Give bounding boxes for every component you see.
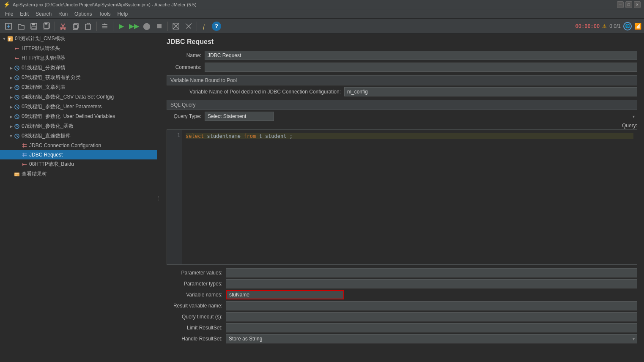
arrow-group07: ▶ [8,124,14,129]
menu-search[interactable]: Search [32,10,55,18]
tree-label-http-default: HTTP默认请求头 [22,45,155,52]
tree-item-group07[interactable]: ▶ 07线程组_参数化_函数 [0,121,157,131]
close-button[interactable]: ✕ [634,1,641,8]
toolbar: ▶ ▶▶ ⬤ ⏹ ƒ ? 00:00:00 ⚠ 0 0/1 🌐 📶 [0,19,644,34]
menu-tools[interactable]: Tools [95,10,114,18]
save-all-button[interactable] [41,20,52,32]
menu-options[interactable]: Options [71,10,95,18]
query-timeout-input[interactable] [226,312,637,321]
icon-results-tree [14,171,20,178]
svg-line-33 [17,78,18,79]
help-button[interactable]: ? [212,22,221,31]
run-no-pause-button[interactable]: ▶▶ [128,20,140,32]
tree-item-http-default[interactable]: ▶ HTTP默认请求头 [0,44,157,53]
arrow-group03: ▶ [8,85,14,90]
tree-label-group03: 03线程组_文章列表 [22,84,155,91]
handle-resultset-select[interactable]: Store as String Store as Object Count Re… [226,334,637,343]
tree-item-group04[interactable]: ▶ 04线程组_参数化_CSV Data Set Confgig [0,92,157,102]
keyword-select: select [186,133,204,139]
clear-all-button[interactable] [183,20,195,32]
paste-button[interactable] [82,20,94,32]
tree-item-results-tree[interactable]: ▶ 查看结果树 [0,169,157,179]
comments-input[interactable] [205,63,637,72]
tree-label-results-tree: 查看结果树 [22,170,155,178]
expand-all-button[interactable] [99,20,111,32]
tree-label-group05: 05线程组_参数化_User Parameters [22,103,155,110]
tree-item-group06[interactable]: ▶ 06线程组_参数化_User Defined Variables [0,112,157,121]
icon-group08 [14,133,20,140]
counter-display: 0 0/1 [609,23,621,29]
tree-item-group02[interactable]: ▶ 02线程组_获取所有的分类 [0,73,157,82]
cut-button[interactable] [57,20,69,32]
svg-marker-25 [15,47,17,50]
menu-run[interactable]: Run [55,10,71,18]
new-button[interactable] [3,20,14,32]
function-button[interactable]: ƒ [199,20,211,32]
tree-item-group05[interactable]: ▶ 05线程组_参数化_User Parameters [0,102,157,112]
run-button[interactable]: ▶ [115,20,127,32]
pool-section-header: Variable Name Bound to Pool [167,75,637,85]
stop-button[interactable]: ⬤ [141,20,153,32]
handle-resultset-row: Handle ResultSet: Store as String Store … [167,334,637,343]
menu-edit[interactable]: Edit [16,10,32,18]
pool-var-row: Variable Name of Pool declared in JDBC C… [167,87,637,96]
result-var-row: Result variable name: [167,301,637,310]
tree-label-http-baidu: 08HTTP请求_Baidu [29,161,155,168]
param-types-input[interactable] [226,279,637,288]
tree-label-group08: 08线程组_直连数据库 [22,132,155,140]
code-content[interactable]: select studentname from t_student ; [182,130,637,264]
param-values-label: Parameter values: [167,270,226,276]
tree-item-root[interactable]: ▼ T 01测试计划_CMS模块 [0,34,157,44]
save-button[interactable] [28,20,40,32]
menu-help[interactable]: Help [114,10,131,18]
variable-names-input[interactable] [226,290,344,299]
arrow-group06: ▶ [8,114,14,119]
code-editor[interactable]: 1 select studentname from t_student ; [167,129,637,265]
tree-label-group04: 04线程组_参数化_CSV Data Set Confgig [22,93,155,101]
limit-resultset-input[interactable] [226,323,637,332]
query-type-row: Query Type: Select Statement Update Stat… [167,112,637,121]
result-var-input[interactable] [226,301,637,310]
sidebar: ▼ T 01测试计划_CMS模块 ▶ HTTP默认请求头 ▶ HTTP信息头管理… [0,34,157,362]
result-var-label: Result variable name: [167,303,226,309]
limit-resultset-label: Limit ResultSet: [167,325,226,331]
toolbar-sep-3 [113,22,113,31]
comments-row: Comments: [167,63,637,72]
variable-names-row: Variable names: [167,290,637,299]
tree-label-root: 01测试计划_CMS模块 [15,35,155,42]
name-row: Name: [167,51,637,60]
name-label: Name: [167,52,205,58]
clear-button[interactable] [170,20,182,32]
param-values-input[interactable] [226,268,637,277]
query-label-row: Query: [167,123,637,129]
arrow-group04: ▶ [8,95,14,100]
copy-button[interactable] [70,20,82,32]
code-highlight-bg: select studentname from t_student ; [186,133,633,139]
icon-group05 [14,104,20,110]
open-button[interactable] [15,20,27,32]
svg-line-30 [17,68,18,69]
icon-group07 [14,123,20,130]
name-input[interactable] [205,51,637,60]
tree-item-http-header[interactable]: ▶ HTTP信息头管理器 [0,53,157,63]
menu-file[interactable]: File [2,10,16,18]
tree-label-group07: 07线程组_参数化_函数 [22,123,155,130]
variable-names-label: Variable names: [167,292,226,298]
tree-item-group08[interactable]: ▼ 08线程组_直连数据库 [0,131,157,141]
tree-item-group03[interactable]: ▶ 03线程组_文章列表 [0,82,157,92]
maximize-button[interactable]: □ [625,1,632,8]
line-number-1: 1 [169,132,180,138]
shutdown-button[interactable]: ⏹ [153,20,165,32]
panel-title: JDBC Request [167,38,637,46]
code-line-1: select studentname from t_student ; [186,132,633,140]
tree-item-jdbc-config[interactable]: ▶ JDBC Connection Configuration [0,141,157,150]
table-name: t_student [259,133,286,139]
tree-item-group01[interactable]: ▶ 01线程组_分类详情 [0,63,157,73]
pool-var-input[interactable] [344,87,637,96]
icon-http-default [14,45,20,52]
minimize-button[interactable]: ─ [617,1,624,8]
tree-item-jdbc-request[interactable]: ▶ JDBC Request [0,150,157,159]
query-type-select[interactable]: Select Statement Update Statement Callab… [205,112,274,121]
tree-item-http-baidu[interactable]: ▶ 08HTTP请求_Baidu [0,159,157,169]
signal-icon: 📶 [634,23,641,30]
